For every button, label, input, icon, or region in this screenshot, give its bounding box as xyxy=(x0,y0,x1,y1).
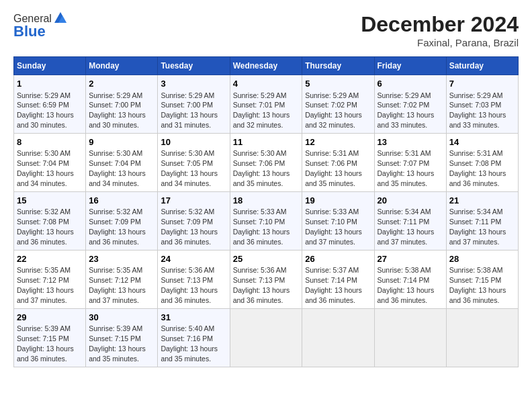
day-info: Sunrise: 5:36 AM Sunset: 7:13 PM Dayligh… xyxy=(161,266,218,304)
day-info: Sunrise: 5:29 AM Sunset: 7:02 PM Dayligh… xyxy=(378,91,435,130)
calendar-table: SundayMondayTuesdayWednesdayThursdayFrid… xyxy=(13,56,519,367)
calendar-cell: 31Sunrise: 5:40 AM Sunset: 7:16 PM Dayli… xyxy=(158,308,230,367)
calendar-cell: 28Sunrise: 5:38 AM Sunset: 7:15 PM Dayli… xyxy=(446,250,518,308)
day-number: 14 xyxy=(449,136,515,148)
day-info: Sunrise: 5:36 AM Sunset: 7:13 PM Dayligh… xyxy=(233,266,290,304)
day-number: 5 xyxy=(305,78,371,90)
calendar-cell: 15Sunrise: 5:32 AM Sunset: 7:08 PM Dayli… xyxy=(14,191,86,250)
day-number: 19 xyxy=(305,195,371,207)
day-number: 22 xyxy=(17,253,83,265)
day-info: Sunrise: 5:34 AM Sunset: 7:11 PM Dayligh… xyxy=(378,208,435,246)
day-info: Sunrise: 5:32 AM Sunset: 7:09 PM Dayligh… xyxy=(161,208,218,246)
calendar-cell xyxy=(302,308,374,367)
page-container: General Blue December 2024 Faxinal, Para… xyxy=(0,0,532,374)
calendar-week-5: 29Sunrise: 5:39 AM Sunset: 7:15 PM Dayli… xyxy=(14,308,519,367)
day-info: Sunrise: 5:30 AM Sunset: 7:04 PM Dayligh… xyxy=(89,149,146,187)
day-number: 4 xyxy=(233,78,300,90)
day-number: 10 xyxy=(161,136,226,148)
month-title: December 2024 xyxy=(361,12,519,37)
day-info: Sunrise: 5:30 AM Sunset: 7:06 PM Dayligh… xyxy=(233,149,290,187)
calendar-cell: 22Sunrise: 5:35 AM Sunset: 7:12 PM Dayli… xyxy=(14,250,86,308)
day-info: Sunrise: 5:35 AM Sunset: 7:12 PM Dayligh… xyxy=(89,266,146,304)
day-info: Sunrise: 5:29 AM Sunset: 7:02 PM Dayligh… xyxy=(305,91,362,130)
calendar-cell: 8Sunrise: 5:30 AM Sunset: 7:04 PM Daylig… xyxy=(14,133,86,191)
day-number: 29 xyxy=(17,312,83,324)
calendar-week-4: 22Sunrise: 5:35 AM Sunset: 7:12 PM Dayli… xyxy=(14,250,519,308)
logo: General Blue xyxy=(13,12,68,40)
calendar-cell: 20Sunrise: 5:34 AM Sunset: 7:11 PM Dayli… xyxy=(374,191,446,250)
day-number: 31 xyxy=(161,312,226,324)
day-info: Sunrise: 5:30 AM Sunset: 7:04 PM Dayligh… xyxy=(17,149,74,187)
calendar-cell: 30Sunrise: 5:39 AM Sunset: 7:15 PM Dayli… xyxy=(86,308,158,367)
column-header-saturday: Saturday xyxy=(446,57,518,75)
title-block: December 2024 Faxinal, Parana, Brazil xyxy=(361,12,519,48)
day-info: Sunrise: 5:39 AM Sunset: 7:15 PM Dayligh… xyxy=(17,324,74,363)
column-header-wednesday: Wednesday xyxy=(230,57,302,75)
column-header-friday: Friday xyxy=(374,57,446,75)
column-header-monday: Monday xyxy=(86,57,158,75)
day-info: Sunrise: 5:33 AM Sunset: 7:10 PM Dayligh… xyxy=(233,208,290,246)
day-number: 30 xyxy=(89,312,154,324)
day-number: 28 xyxy=(449,253,515,265)
day-number: 2 xyxy=(89,78,154,90)
calendar-cell: 25Sunrise: 5:36 AM Sunset: 7:13 PM Dayli… xyxy=(230,250,302,308)
calendar-cell: 14Sunrise: 5:31 AM Sunset: 7:08 PM Dayli… xyxy=(446,133,518,191)
calendar-cell: 26Sunrise: 5:37 AM Sunset: 7:14 PM Dayli… xyxy=(302,250,374,308)
day-number: 6 xyxy=(378,78,443,90)
day-number: 24 xyxy=(161,253,226,265)
day-number: 17 xyxy=(161,195,226,207)
calendar-cell: 18Sunrise: 5:33 AM Sunset: 7:10 PM Dayli… xyxy=(230,191,302,250)
day-info: Sunrise: 5:38 AM Sunset: 7:14 PM Dayligh… xyxy=(378,266,435,304)
calendar-cell: 4Sunrise: 5:29 AM Sunset: 7:01 PM Daylig… xyxy=(230,75,302,134)
day-number: 3 xyxy=(161,78,226,90)
day-info: Sunrise: 5:37 AM Sunset: 7:14 PM Dayligh… xyxy=(305,266,362,304)
calendar-week-1: 1Sunrise: 5:29 AM Sunset: 6:59 PM Daylig… xyxy=(14,75,519,134)
day-number: 16 xyxy=(89,195,154,207)
day-number: 12 xyxy=(305,136,371,148)
day-info: Sunrise: 5:32 AM Sunset: 7:08 PM Dayligh… xyxy=(17,208,74,246)
calendar-cell: 2Sunrise: 5:29 AM Sunset: 7:00 PM Daylig… xyxy=(86,75,158,134)
calendar-cell: 17Sunrise: 5:32 AM Sunset: 7:09 PM Dayli… xyxy=(158,191,230,250)
day-number: 26 xyxy=(305,253,371,265)
calendar-cell: 5Sunrise: 5:29 AM Sunset: 7:02 PM Daylig… xyxy=(302,75,374,134)
calendar-cell: 27Sunrise: 5:38 AM Sunset: 7:14 PM Dayli… xyxy=(374,250,446,308)
day-info: Sunrise: 5:39 AM Sunset: 7:15 PM Dayligh… xyxy=(89,324,146,363)
day-info: Sunrise: 5:35 AM Sunset: 7:12 PM Dayligh… xyxy=(17,266,74,304)
calendar-cell: 6Sunrise: 5:29 AM Sunset: 7:02 PM Daylig… xyxy=(374,75,446,134)
column-header-tuesday: Tuesday xyxy=(158,57,230,75)
calendar-cell xyxy=(230,308,302,367)
day-info: Sunrise: 5:29 AM Sunset: 7:00 PM Dayligh… xyxy=(161,91,218,130)
day-number: 8 xyxy=(17,136,83,148)
calendar-cell xyxy=(374,308,446,367)
calendar-week-2: 8Sunrise: 5:30 AM Sunset: 7:04 PM Daylig… xyxy=(14,133,519,191)
calendar-week-3: 15Sunrise: 5:32 AM Sunset: 7:08 PM Dayli… xyxy=(14,191,519,250)
day-info: Sunrise: 5:29 AM Sunset: 6:59 PM Dayligh… xyxy=(17,91,74,130)
logo-icon xyxy=(53,11,68,26)
day-number: 27 xyxy=(378,253,443,265)
day-number: 21 xyxy=(449,195,515,207)
calendar-cell: 10Sunrise: 5:30 AM Sunset: 7:05 PM Dayli… xyxy=(158,133,230,191)
calendar-cell: 19Sunrise: 5:33 AM Sunset: 7:10 PM Dayli… xyxy=(302,191,374,250)
calendar-cell: 21Sunrise: 5:34 AM Sunset: 7:11 PM Dayli… xyxy=(446,191,518,250)
day-info: Sunrise: 5:32 AM Sunset: 7:09 PM Dayligh… xyxy=(89,208,146,246)
calendar-cell: 16Sunrise: 5:32 AM Sunset: 7:09 PM Dayli… xyxy=(86,191,158,250)
location: Faxinal, Parana, Brazil xyxy=(361,37,519,48)
calendar-cell: 23Sunrise: 5:35 AM Sunset: 7:12 PM Dayli… xyxy=(86,250,158,308)
day-info: Sunrise: 5:29 AM Sunset: 7:01 PM Dayligh… xyxy=(233,91,290,130)
day-info: Sunrise: 5:29 AM Sunset: 7:00 PM Dayligh… xyxy=(89,91,146,130)
day-info: Sunrise: 5:29 AM Sunset: 7:03 PM Dayligh… xyxy=(449,91,506,130)
day-number: 7 xyxy=(449,78,515,90)
day-number: 25 xyxy=(233,253,300,265)
column-header-sunday: Sunday xyxy=(14,57,86,75)
day-info: Sunrise: 5:34 AM Sunset: 7:11 PM Dayligh… xyxy=(449,208,506,246)
day-info: Sunrise: 5:40 AM Sunset: 7:16 PM Dayligh… xyxy=(161,324,218,363)
calendar-cell: 13Sunrise: 5:31 AM Sunset: 7:07 PM Dayli… xyxy=(374,133,446,191)
day-info: Sunrise: 5:31 AM Sunset: 7:07 PM Dayligh… xyxy=(378,149,435,187)
column-header-thursday: Thursday xyxy=(302,57,374,75)
day-info: Sunrise: 5:38 AM Sunset: 7:15 PM Dayligh… xyxy=(449,266,506,304)
calendar-cell: 29Sunrise: 5:39 AM Sunset: 7:15 PM Dayli… xyxy=(14,308,86,367)
day-number: 9 xyxy=(89,136,154,148)
calendar-cell: 1Sunrise: 5:29 AM Sunset: 6:59 PM Daylig… xyxy=(14,75,86,134)
day-number: 18 xyxy=(233,195,300,207)
calendar-cell: 24Sunrise: 5:36 AM Sunset: 7:13 PM Dayli… xyxy=(158,250,230,308)
